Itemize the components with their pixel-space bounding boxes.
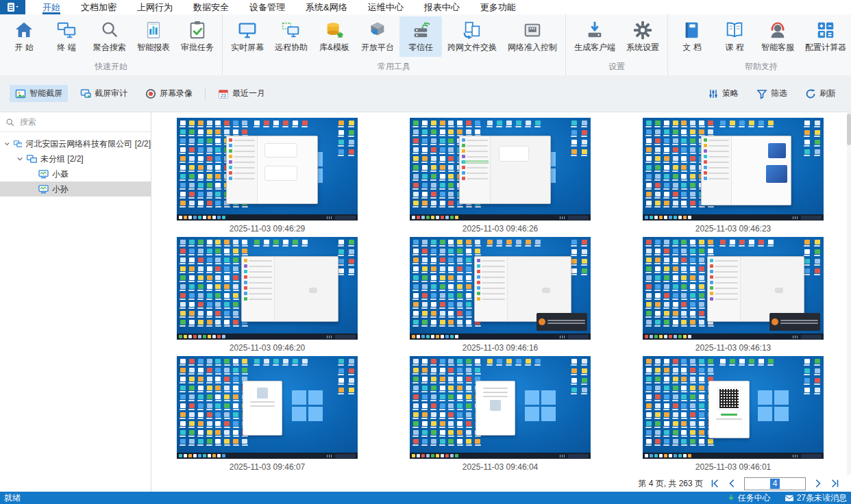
desktop-decoration xyxy=(708,206,714,207)
remote-assist-button[interactable]: 远程协助 xyxy=(269,16,313,57)
first-page-button[interactable] xyxy=(708,477,721,490)
desktop-decoration xyxy=(180,293,186,302)
tab-home[interactable]: 开始 xyxy=(32,0,71,14)
desktop-decoration xyxy=(448,188,454,190)
task-center-button[interactable]: 任务中心 xyxy=(727,492,771,504)
desktop-decoration xyxy=(541,390,556,405)
policy-button[interactable]: 策略 xyxy=(702,85,744,102)
desktop-decoration xyxy=(689,156,696,165)
filter-button[interactable]: 筛选 xyxy=(751,85,793,102)
desktop-decoration xyxy=(475,325,481,327)
desktop-decoration xyxy=(673,421,678,426)
ribbon-group-label: 帮助支持 xyxy=(671,60,851,75)
desktop-decoration xyxy=(215,311,222,320)
screen-record-button[interactable]: 屏幕录像 xyxy=(140,85,198,102)
desktop-decoration xyxy=(645,138,652,147)
desktop-decoration xyxy=(681,156,687,161)
smart-report-button[interactable]: 智能报表 xyxy=(132,16,175,57)
desktop-decoration xyxy=(457,400,463,401)
screenshot-thumbnail[interactable]: 2025-11-03 09:46:07 xyxy=(177,356,358,475)
scrollbar-thumb[interactable] xyxy=(847,114,851,145)
desktop-decoration xyxy=(430,257,437,266)
tab-more-features[interactable]: 更多功能 xyxy=(470,0,526,14)
desktop-decoration xyxy=(663,359,670,368)
desktop-decoration xyxy=(749,121,754,125)
course-button[interactable]: 课 程 xyxy=(713,16,756,57)
tab-report-center[interactable]: 报表中心 xyxy=(414,0,470,14)
tab-doc-encrypt[interactable]: 文档加密 xyxy=(71,0,127,14)
start-button[interactable]: 开 始 xyxy=(3,16,45,57)
screenshot-thumbnail[interactable]: 2025-11-03 09:46:26 xyxy=(410,118,591,237)
zero-trust-button[interactable]: 零信任 xyxy=(399,16,442,57)
smart-screenshot-button[interactable]: 智能截屏 xyxy=(10,85,68,102)
search-input[interactable] xyxy=(18,116,145,127)
chevron-down-icon[interactable] xyxy=(16,155,23,162)
screenshot-thumbnail[interactable]: 2025-11-03 09:46:29 xyxy=(177,118,358,237)
network-access-control-button[interactable]: 网络准入控制 xyxy=(502,16,563,57)
screenshot-thumbnail[interactable]: 2025-11-03 09:46:20 xyxy=(177,237,358,356)
prev-page-button[interactable] xyxy=(726,477,739,490)
system-settings-button[interactable]: 系统设置 xyxy=(621,16,665,57)
tree-node-company[interactable]: 河北安国云网络科技有限公司 [2/2] xyxy=(0,136,151,151)
search-box[interactable] xyxy=(0,112,151,132)
generate-client-button[interactable]: 生成客户端 xyxy=(569,16,621,57)
desktop-decoration xyxy=(188,302,195,311)
ai-support-button[interactable]: 智能客服 xyxy=(756,16,800,57)
chevron-down-icon[interactable] xyxy=(4,140,10,147)
desktop-decoration xyxy=(456,121,463,129)
desktop-decoration xyxy=(739,245,745,247)
config-calculator-button[interactable]: 配置计算器 xyxy=(800,16,851,57)
desktop-decoration xyxy=(690,290,696,291)
last-page-button[interactable] xyxy=(829,477,841,490)
tab-data-security[interactable]: 数据安全 xyxy=(183,0,239,14)
vertical-scrollbar[interactable] xyxy=(847,112,851,475)
document-button[interactable]: 文 档 xyxy=(671,16,713,57)
desktop-decoration xyxy=(804,249,810,254)
unread-messages-button[interactable]: 27条未读消息 xyxy=(785,492,847,504)
desktop-decoration xyxy=(672,254,678,255)
desktop-decoration xyxy=(681,162,687,163)
tree-node-ungrouped[interactable]: 未分组 [2/2] xyxy=(0,151,151,166)
desktop-decoration xyxy=(198,403,204,408)
desktop-decoration xyxy=(215,257,221,262)
refresh-button[interactable]: 刷新 xyxy=(800,85,841,102)
desktop-decoration xyxy=(448,206,454,207)
page-number-input[interactable]: 4 xyxy=(744,477,806,490)
desktop-decoration xyxy=(412,249,419,257)
desktop-decoration xyxy=(474,368,481,377)
desktop-decoration xyxy=(440,240,445,244)
date-range-button[interactable]: 23 最近一月 xyxy=(212,85,271,102)
tab-system-network[interactable]: 系统&网络 xyxy=(295,0,358,14)
screenshot-thumbnail[interactable]: 2025-11-03 09:46:04 xyxy=(410,356,591,475)
aggregate-search-button[interactable]: 聚合搜索 xyxy=(88,16,132,57)
screenshot-thumbnail[interactable]: 2025-11-03 09:46:23 xyxy=(643,118,824,237)
screenshot-thumbnail[interactable]: 2025-11-03 09:46:16 xyxy=(410,237,591,356)
open-platform-button[interactable]: 开放平台 xyxy=(356,16,399,57)
tab-web-behavior[interactable]: 上网行为 xyxy=(127,0,183,14)
desktop-decoration xyxy=(646,138,652,143)
desktop-decoration xyxy=(448,192,454,197)
tree-node-terminal-xiaosun[interactable]: 小孙 xyxy=(0,181,151,197)
realtime-screen-button[interactable]: 实时屏幕 xyxy=(225,16,269,57)
approval-task-button[interactable]: 审批任务 xyxy=(175,16,219,57)
tree-node-terminal-xiaonie[interactable]: 小聂 xyxy=(0,166,151,181)
desktop-decoration xyxy=(448,129,454,134)
tab-ops-center[interactable]: 运维中心 xyxy=(358,0,414,14)
desktop-decoration xyxy=(699,403,704,408)
desktop-decoration xyxy=(215,192,221,197)
next-page-button[interactable] xyxy=(811,477,824,490)
library-template-button[interactable]: 库&模板 xyxy=(313,16,356,57)
app-menu-button[interactable] xyxy=(0,0,25,14)
screenshot-thumbnail[interactable]: 2025-11-03 09:46:01 xyxy=(643,356,824,475)
desktop-decoration xyxy=(412,430,419,439)
desktop-decoration xyxy=(206,183,213,192)
cross-network-file-button[interactable]: 跨网文件交换 xyxy=(442,16,502,57)
desktop-decoration xyxy=(571,121,577,127)
desktop-decoration xyxy=(188,439,195,448)
tab-device-mgmt[interactable]: 设备管理 xyxy=(239,0,295,14)
screenshot-audit-button[interactable]: 截屏审计 xyxy=(75,85,133,102)
desktop-decoration xyxy=(456,266,463,275)
screenshot-thumbnail[interactable]: 2025-11-03 09:46:13 xyxy=(643,237,824,356)
desktop-decoration xyxy=(688,454,691,457)
terminal-button[interactable]: 终 端 xyxy=(45,16,88,57)
